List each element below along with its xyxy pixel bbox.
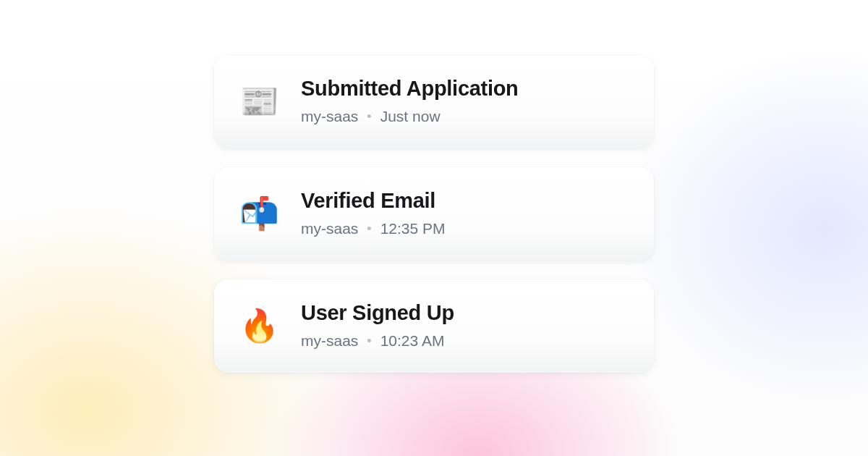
fire-icon: 🔥: [239, 310, 279, 342]
notification-title: Submitted Application: [301, 77, 629, 101]
separator-dot: •: [367, 110, 371, 123]
notification-meta: my-saas • Just now: [301, 108, 629, 125]
notification-time: 10:23 AM: [380, 332, 445, 350]
notification-title: Verified Email: [301, 189, 629, 213]
notification-content: Submitted Application my-saas • Just now: [301, 77, 629, 125]
notification-content: User Signed Up my-saas • 10:23 AM: [301, 301, 629, 350]
newspaper-icon: 📰: [239, 85, 279, 117]
notification-time: 12:35 PM: [380, 220, 446, 237]
separator-dot: •: [367, 334, 371, 347]
notification-card[interactable]: 📬 Verified Email my-saas • 12:35 PM: [214, 167, 654, 261]
notification-time: Just now: [380, 108, 441, 125]
notification-list: 📰 Submitted Application my-saas • Just n…: [214, 55, 654, 373]
notification-title: User Signed Up: [301, 301, 629, 325]
notification-source: my-saas: [301, 108, 358, 125]
notification-source: my-saas: [301, 332, 358, 350]
notification-meta: my-saas • 10:23 AM: [301, 332, 629, 350]
notification-source: my-saas: [301, 220, 358, 237]
notification-meta: my-saas • 12:35 PM: [301, 220, 629, 237]
notification-card[interactable]: 🔥 User Signed Up my-saas • 10:23 AM: [214, 279, 654, 373]
notification-content: Verified Email my-saas • 12:35 PM: [301, 189, 629, 237]
separator-dot: •: [367, 222, 371, 235]
notification-card[interactable]: 📰 Submitted Application my-saas • Just n…: [214, 55, 654, 148]
mailbox-icon: 📬: [239, 198, 279, 229]
